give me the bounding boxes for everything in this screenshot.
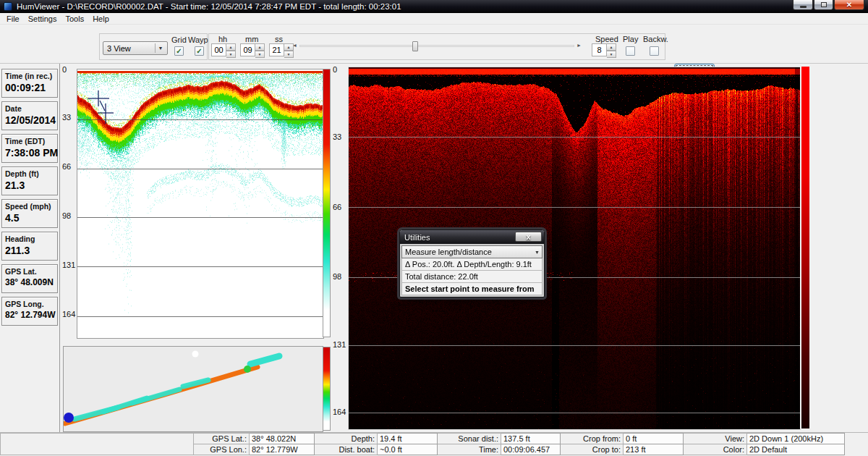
grid-label: Grid: [171, 35, 187, 44]
depth-tick: 164: [333, 408, 346, 416]
play-checkbox[interactable]: [626, 46, 635, 56]
ss-label: ss: [275, 35, 283, 43]
tool-bar: 3 View ▼ Grid ✓ Wayp. ✓ hh 00 ▲▼ mm 09 ▲…: [0, 25, 868, 64]
depth-tick: 0: [333, 65, 337, 74]
hh-value: 00: [211, 43, 226, 56]
speed-spinner[interactable]: 8 ▲▼: [592, 43, 616, 56]
minimize-icon: [800, 6, 807, 8]
panel-label: GPS Lat.: [5, 267, 57, 276]
panel-value: 211.3: [5, 245, 57, 256]
depth-tick: 66: [333, 203, 341, 211]
status-label: GPS Lat.:: [194, 433, 250, 444]
depth-tick: 164: [62, 310, 75, 318]
minimize-button[interactable]: [793, 0, 813, 10]
panel-value: 82° 12.794W: [5, 310, 57, 320]
maximize-button[interactable]: [814, 0, 833, 10]
maximize-icon: [821, 2, 827, 7]
measure-delta-row: Δ Pos.: 20.0ft. Δ Depth/Length: 9.1ft: [401, 258, 542, 271]
panel-value: 4.5: [5, 212, 57, 224]
panel-label: Time (EDT): [5, 137, 57, 145]
menu-item-help[interactable]: Help: [88, 14, 114, 24]
panel-value: 00:09:21: [5, 82, 57, 93]
sidebar-panel-gps-long: GPS Long. 82° 12.794W: [1, 297, 58, 326]
status-label: Crop from:: [561, 433, 624, 444]
utilities-window: Utilities x Measure length/distance ▼ Δ …: [399, 229, 545, 297]
close-icon: ✕: [846, 1, 852, 9]
depth-tick: 98: [62, 211, 71, 220]
hh-label: hh: [218, 35, 227, 43]
menu-item-file[interactable]: File: [2, 14, 24, 24]
status-gps-lon: 82° 12.779W: [250, 444, 315, 455]
depth-tick: 131: [333, 340, 346, 349]
panel-label: Heading: [5, 235, 57, 243]
wayp-checkbox[interactable]: ✓: [195, 46, 204, 56]
grid-checkbox[interactable]: ✓: [174, 46, 184, 56]
slider-left-arrow-icon[interactable]: ◄: [292, 43, 297, 48]
left-colorbar: [323, 69, 331, 337]
menu-bar: File Settings Tools Help: [0, 13, 868, 25]
spin-up-icon[interactable]: ▲: [226, 43, 236, 51]
measure-total-row: Total distance: 22.0ft: [401, 271, 542, 283]
sidebar-panel-time-in-rec: Time (in rec.) 00:09:21: [1, 69, 58, 98]
gps-track-map[interactable]: [63, 346, 323, 432]
playback-group: hh 00 ▲▼ mm 09 ▲▼ ss 21 ▲▼ ◄ ► Sp: [208, 33, 665, 60]
status-bar: GPS Lat.: 38° 48.022N Depth: 19.4 ft Son…: [0, 432, 868, 455]
status-gps-lat: 38° 48.022N: [250, 433, 315, 444]
ss-spinner[interactable]: 21 ▲▼: [269, 43, 294, 56]
status-label: View:: [684, 433, 747, 444]
mm-spinner[interactable]: 09 ▲▼: [240, 43, 265, 56]
sonar-2d-view[interactable]: [77, 69, 324, 339]
panel-value: 7:38:08 PM: [5, 147, 57, 159]
panel-label: GPS Long.: [5, 300, 57, 308]
close-icon: x: [526, 232, 530, 241]
measure-mode-select[interactable]: Measure length/distance ▼: [401, 245, 542, 258]
status-view: 2D Down 1 (200kHz): [747, 433, 845, 444]
spin-down-icon[interactable]: ▼: [284, 51, 294, 58]
status-time: 00:09:06.457: [501, 444, 561, 455]
utilities-window-title: Utilities: [404, 233, 430, 242]
spin-up-icon[interactable]: ▲: [607, 43, 616, 51]
utilities-close-button[interactable]: x: [515, 232, 542, 242]
slider-track[interactable]: [299, 45, 574, 47]
depth-tick: 98: [333, 272, 341, 281]
title-bar: HumViewer - D:\RECORD\R00002.DAT - Start…: [0, 0, 868, 13]
backw-label: Backw.: [643, 35, 668, 43]
view-mode-select[interactable]: 3 View ▼: [103, 41, 168, 55]
status-label: Crop to:: [561, 444, 624, 455]
backw-checkbox[interactable]: [650, 46, 659, 56]
status-label: Time:: [438, 444, 501, 455]
hh-spinner[interactable]: 00 ▲▼: [211, 43, 236, 56]
spin-down-icon[interactable]: ▼: [607, 51, 616, 58]
menu-item-tools[interactable]: Tools: [61, 14, 88, 24]
panel-value: 12/05/2014: [5, 114, 57, 126]
menu-item-settings[interactable]: Settings: [24, 14, 61, 24]
ss-value: 21: [269, 43, 284, 56]
speed-value: 8: [592, 43, 607, 56]
sidebar-panel-heading: Heading 211.3: [1, 232, 58, 261]
sidebar-panel-date: Date 12/05/2014: [1, 101, 58, 130]
play-label: Play: [623, 35, 638, 43]
utilities-window-titlebar[interactable]: Utilities x: [400, 230, 544, 244]
chevron-down-icon: ▼: [535, 250, 540, 255]
mm-value: 09: [240, 43, 255, 56]
mm-label: mm: [245, 35, 258, 43]
slider-thumb[interactable]: [412, 41, 418, 51]
wayp-label: Wayp.: [188, 35, 210, 44]
sidebar-panel-gps-lat: GPS Lat. 38° 48.009N: [1, 264, 58, 293]
close-button[interactable]: ✕: [834, 0, 864, 10]
depth-tick: 131: [62, 261, 75, 269]
timeline-slider[interactable]: ◄ ►: [292, 41, 582, 51]
slider-right-arrow-icon[interactable]: ►: [576, 43, 582, 48]
depth-tick: 33: [62, 113, 71, 122]
app-window: HumViewer - D:\RECORD\R00002.DAT - Start…: [0, 0, 868, 456]
red-colorbar: [800, 67, 809, 428]
right-depth-scale: 0 33 66 98 131 164: [331, 64, 348, 432]
spin-down-icon[interactable]: ▼: [226, 51, 236, 58]
spin-up-icon[interactable]: ▲: [255, 43, 265, 51]
status-crop-to: 213 ft: [624, 444, 684, 455]
depth-tick: 0: [62, 65, 67, 74]
left-depth-scale: 0 33 66 98 131 164: [61, 64, 77, 346]
spin-down-icon[interactable]: ▼: [255, 51, 265, 58]
panel-value: 38° 48.009N: [5, 277, 57, 287]
chevron-down-icon: ▼: [155, 43, 166, 53]
